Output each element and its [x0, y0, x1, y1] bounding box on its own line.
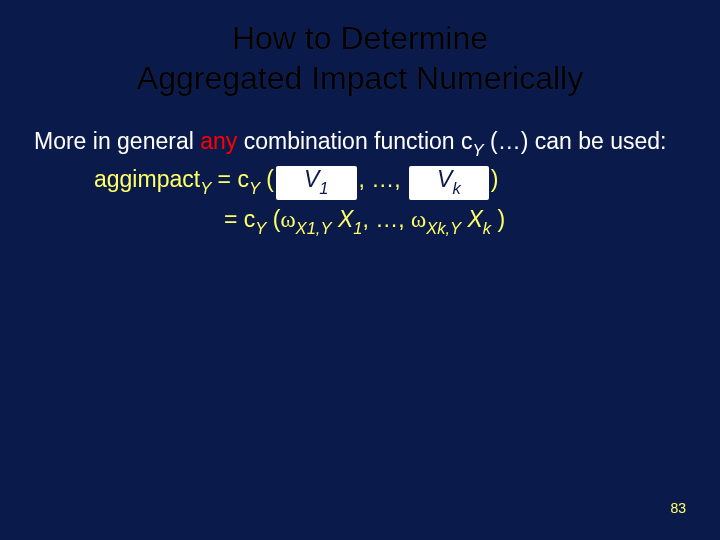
equation-row-2: = cY (ωX1,Y X1, …, ωXk,Y Xk ): [94, 201, 686, 241]
slide: How to Determine Aggregated Impact Numer…: [0, 0, 720, 540]
ysub-1: Y: [320, 219, 331, 238]
omega-1: ω: [280, 207, 295, 232]
xkb: X: [468, 206, 483, 232]
title-line-2: Aggregated Impact Numerically: [137, 60, 583, 96]
pill-v1: V1: [276, 166, 357, 200]
x1b: X: [338, 206, 353, 232]
eq-open: (: [260, 166, 274, 192]
lead-post-sub: Y: [473, 141, 484, 160]
row2-mid: , …,: [362, 206, 411, 232]
lead-sentence: More in general any combination function…: [34, 126, 686, 161]
equation-row-1: aggimpactY = cY (V1, …, Vk): [94, 161, 686, 201]
slide-body: More in general any combination function…: [0, 98, 720, 241]
title-line-1: How to Determine: [232, 20, 488, 56]
lead-tail: (…) can be used:: [484, 128, 667, 154]
omega1-x-sub: X1,Y: [296, 219, 332, 238]
x1b-sub: 1: [353, 219, 362, 238]
page-number: 83: [670, 500, 686, 516]
eq-close: ): [491, 166, 499, 192]
pill-v1-v: V: [304, 166, 319, 192]
xka: X: [426, 219, 437, 238]
ysub-k: Y: [450, 219, 461, 238]
row2-open: (: [266, 206, 280, 232]
eq-lhs-sub: Y: [200, 179, 211, 198]
x1a: X: [296, 219, 307, 238]
lead-any: any: [200, 128, 237, 154]
equation-block: aggimpactY = cY (V1, …, Vk) = cY (ωX1,Y …: [34, 161, 686, 241]
pill-vk: Vk: [409, 166, 489, 200]
omega-k: ω: [411, 207, 426, 232]
pill-vk-v: V: [437, 166, 452, 192]
eq-eq: = c: [211, 166, 249, 192]
eq-mid: , …,: [359, 166, 408, 192]
lead-post: combination function c: [237, 128, 472, 154]
x1a-sub: 1: [307, 219, 316, 238]
omegak-x-sub: Xk,Y: [426, 219, 461, 238]
row2-pre: = c: [224, 206, 255, 232]
xkb-sub: k: [483, 219, 491, 238]
pill-v1-sub: 1: [319, 179, 328, 198]
row2-close: ): [491, 206, 505, 232]
lead-pre: More in general: [34, 128, 200, 154]
eq-lhs: aggimpact: [94, 166, 200, 192]
slide-title: How to Determine Aggregated Impact Numer…: [0, 0, 720, 98]
eq-c-sub: Y: [249, 179, 260, 198]
row2-c-sub: Y: [255, 219, 266, 238]
pill-vk-sub: k: [452, 179, 460, 198]
